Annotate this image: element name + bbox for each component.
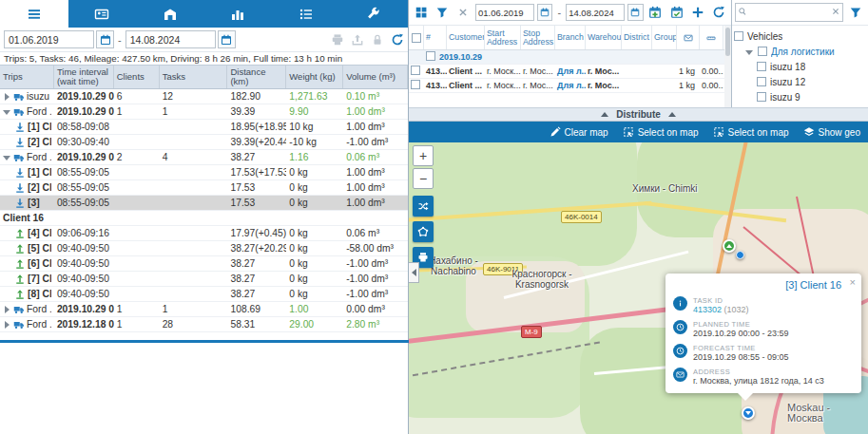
expander-icon[interactable] [3, 320, 11, 329]
tab-reports[interactable] [204, 0, 273, 28]
task-row[interactable]: [2] Cl... 08:55-09:05 17.53 0 kg 1.00 dm… [0, 180, 408, 196]
col-distance[interactable]: Distance (km) [227, 66, 286, 88]
add-task-icon[interactable] [688, 3, 706, 22]
trip-row[interactable]: Ford ... 2019.10.29 08... 1 1 39.39 9.90… [0, 104, 408, 120]
vehicle-search-input[interactable] [735, 3, 843, 22]
tasks-date-from-input[interactable] [475, 4, 534, 21]
date-to-input[interactable] [125, 30, 216, 48]
map[interactable]: 46K-0014 46K-9011 М-9 Химки - Chimki Кра… [409, 142, 868, 434]
tree-node-vehicles[interactable]: Vehicles [734, 28, 866, 44]
calendar-add-icon[interactable] [646, 3, 665, 22]
show-geofences-button[interactable]: Show geo [803, 126, 860, 138]
task-row-selected[interactable]: [3] 08:55-09:05 17.53 0 kg 1.00 dm³ [0, 196, 408, 211]
refresh-icon[interactable] [710, 3, 728, 22]
expander-icon[interactable] [3, 305, 11, 313]
tree-node-vehicle[interactable]: isuzu 18 [734, 59, 866, 74]
col-volume[interactable]: Volume (m³) [343, 66, 408, 88]
tab-routes[interactable] [0, 0, 68, 28]
trip-row[interactable]: Ford ... 2019.12.18 08... 1 28 58.31 29.… [0, 317, 408, 332]
col-trips[interactable]: Trips [0, 66, 54, 88]
tab-contacts[interactable] [68, 0, 137, 28]
calendar-check-icon[interactable] [667, 3, 685, 22]
col-time-interval[interactable]: Time interval (wait time) [54, 66, 114, 88]
expander-icon[interactable] [745, 47, 754, 56]
col-stop-address[interactable]: Stop Address [521, 26, 555, 49]
tab-tasks[interactable] [272, 0, 340, 28]
task-row[interactable]: [8] Cl... 09:40-09:50 38.27 0 kg -1.00 d… [0, 287, 408, 302]
clear-map-button[interactable]: Clear map [550, 126, 608, 138]
client-group-row[interactable]: Client 16 [0, 211, 408, 226]
route-tool-button[interactable] [413, 196, 434, 217]
col-comment-icon[interactable] [677, 26, 700, 49]
row-checkbox[interactable] [409, 80, 424, 91]
col-start-address[interactable]: Start Address [485, 26, 521, 49]
scrollbar-vertical[interactable] [724, 26, 731, 107]
tree-node-vehicle[interactable]: isuzu 12 [734, 74, 866, 89]
task-row[interactable]: [7] Cl... 09:40-09:50 38.27 0 kg -1.00 d… [0, 272, 408, 287]
col-measure-icon[interactable] [700, 26, 723, 49]
trip-row[interactable]: Ford ... 2019.10.29 06... 1 1 108.69 1.0… [0, 302, 408, 317]
horizontal-splitter[interactable] [0, 340, 409, 343]
close-icon[interactable]: × [850, 277, 856, 287]
select-on-map-button[interactable]: Select on map [623, 126, 699, 138]
col-number[interactable]: # [424, 26, 447, 49]
expander-icon[interactable] [3, 153, 11, 161]
task-row[interactable]: [1] Cl... 08:58-09:08 18.95(+18.95) 10 k… [0, 120, 408, 135]
col-group[interactable]: Group [652, 26, 677, 49]
expander-icon[interactable] [3, 92, 11, 101]
tasks-date-to-input[interactable] [566, 4, 625, 21]
col-tasks[interactable]: Tasks [160, 66, 228, 88]
trip-row[interactable]: Ford ... 2019.10.29 08... 2 4 38.27 1.16… [0, 150, 408, 165]
task-list-row[interactable]: 413... Client ... г. Моск... г. Мос... Д… [409, 65, 731, 79]
task-row[interactable]: [2] Cl... 09:30-09:40 39.39(+20.44) -10 … [0, 135, 408, 150]
select-all-checkbox[interactable] [409, 26, 424, 49]
vehicle-filter-icon[interactable] [846, 3, 865, 22]
task-row[interactable]: [1] Cl... 08:55-09:05 17.53(+17.53) 0 kg… [0, 165, 408, 180]
checkbox[interactable] [757, 62, 766, 71]
col-clients[interactable]: Clients [114, 66, 160, 88]
grid-icon[interactable] [412, 3, 430, 22]
tab-warehouses[interactable] [136, 0, 204, 28]
delivery-marker[interactable] [742, 406, 755, 420]
collapse-panel-button[interactable] [409, 262, 419, 283]
col-district[interactable]: District [622, 26, 652, 49]
clear-search-icon[interactable] [831, 7, 840, 16]
zoom-in-button[interactable]: + [413, 145, 434, 166]
lock-icon[interactable] [371, 33, 384, 47]
calendar-icon[interactable] [96, 30, 114, 48]
filter-icon[interactable] [433, 3, 451, 22]
task-marker[interactable] [736, 251, 744, 259]
refresh-icon[interactable] [391, 33, 404, 47]
task-row[interactable]: [6] Cl... 09:40-09:50 38.27 0 kg -1.00 d… [0, 256, 408, 272]
task-row[interactable]: [5] Cl... 09:40-09:50 38.27(+20.29) 0 kg… [0, 241, 408, 256]
col-warehouse[interactable]: Warehou [586, 26, 622, 49]
checkbox[interactable] [734, 31, 743, 41]
tasks-group-row[interactable]: 2019.10.29 [409, 50, 731, 65]
col-customer[interactable]: Customer [447, 26, 485, 49]
row-checkbox[interactable] [409, 66, 424, 77]
tab-settings[interactable] [340, 0, 409, 28]
distribute-bar[interactable]: Distribute [409, 107, 868, 122]
calendar-icon[interactable] [627, 4, 644, 21]
tree-node-vehicle[interactable]: isuzu 9 [734, 89, 866, 104]
tree-node-group[interactable]: Для логистики [734, 44, 866, 59]
trip-row[interactable]: isuzu ... 2019.10.29 07... 6 12 182.90 1… [0, 89, 408, 104]
zoom-out-button[interactable]: − [413, 168, 434, 189]
checkbox[interactable] [758, 47, 767, 56]
checkbox[interactable] [757, 77, 766, 86]
calendar-icon[interactable] [537, 4, 553, 21]
export-icon[interactable] [351, 33, 364, 47]
polygon-select-button[interactable] [413, 221, 434, 242]
print-icon[interactable] [331, 33, 344, 47]
checkbox[interactable] [757, 92, 766, 102]
task-list-row[interactable]: 413... Client ... г. Моск... г. Мос... Д… [409, 79, 731, 93]
col-branch[interactable]: Branch [555, 26, 586, 49]
pickup-marker[interactable] [723, 239, 736, 253]
clear-filter-icon[interactable] [454, 3, 473, 22]
calendar-icon[interactable] [218, 30, 236, 48]
group-checkbox[interactable] [424, 51, 437, 63]
select-on-map-button[interactable]: Select on map [713, 126, 789, 138]
date-from-input[interactable] [4, 30, 94, 48]
col-weight[interactable]: Weight (kg) [286, 66, 343, 88]
expander-icon[interactable] [3, 107, 11, 116]
